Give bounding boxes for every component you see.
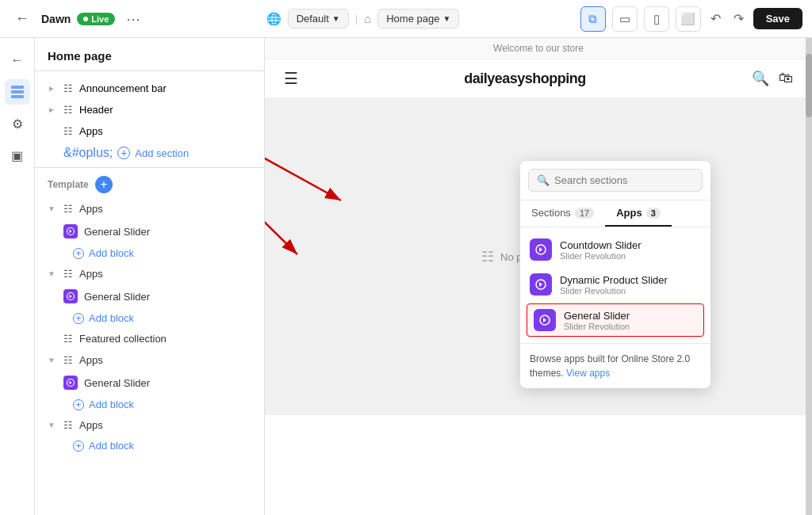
save-button[interactable]: Save	[753, 8, 802, 29]
undo-button[interactable]: ↶	[707, 8, 724, 29]
topbar-separator: |	[355, 13, 358, 25]
preview-area: Welcome to our store ☰ dailyeasyshopping…	[265, 38, 812, 515]
section-label: Header	[79, 104, 113, 116]
tablet-view-button[interactable]: ▭	[612, 6, 638, 32]
add-section-icon: &#oplus;	[63, 147, 113, 159]
svg-rect-1	[11, 90, 24, 93]
general-slider-item-1[interactable]: General Slider	[35, 219, 264, 243]
apps-tab-label: Apps	[616, 207, 642, 219]
apps-label-3: Apps	[79, 354, 103, 366]
tab-sections[interactable]: Sections 17	[520, 200, 605, 227]
add-block-button-3[interactable]: + Add block	[35, 395, 264, 414]
popup-tabs: Sections 17 Apps 3	[520, 200, 710, 227]
add-block-button-2[interactable]: + Add block	[35, 308, 264, 328]
section-item-apps-top[interactable]: ☷ Apps	[35, 120, 264, 142]
sections-nav-button[interactable]	[5, 79, 30, 105]
back-button[interactable]: ←	[10, 6, 35, 32]
dynamic-item-text: Dynamic Product Slider Slider Revolution	[560, 274, 668, 296]
general-item-text: General Slider Slider Revolution	[564, 310, 630, 331]
add-block-button-4[interactable]: + Add block	[35, 436, 264, 456]
countdown-app-icon	[530, 238, 552, 261]
search-field-wrapper: 🔍	[528, 169, 703, 192]
default-chevron-icon: ▼	[332, 14, 340, 23]
general-sub: Slider Revolution	[564, 322, 630, 331]
section-item-apps-4[interactable]: ▼ ☷ Apps	[35, 414, 264, 436]
live-badge: Live	[77, 13, 115, 25]
search-icon[interactable]: 🔍	[752, 70, 769, 87]
home-page-label: Home page	[386, 13, 439, 25]
search-icon-sm: 🔍	[537, 174, 550, 186]
countdown-name: Countdown Slider	[560, 239, 642, 251]
redo-button[interactable]: ↷	[730, 8, 747, 29]
section-grid-icon: ☷	[63, 104, 73, 116]
apps-grid-icon-2: ☷	[63, 268, 73, 280]
default-label: Default	[297, 13, 329, 25]
section-item-apps-1[interactable]: ▼ ☷ Apps	[35, 198, 264, 219]
section-item-featured[interactable]: ☷ Featured collection	[35, 328, 264, 349]
slider-app-icon-3	[63, 376, 78, 390]
section-item-header[interactable]: ► ☷ Header	[35, 99, 264, 120]
settings-nav-button[interactable]: ⚙	[5, 111, 30, 136]
search-sections-input[interactable]	[554, 174, 694, 186]
popup-footer: Browse apps built for Online Store 2.0 t…	[520, 343, 710, 388]
app-icon-svg-3	[66, 378, 75, 387]
scrollbar-thumb[interactable]	[806, 54, 812, 117]
popup-item-general[interactable]: General Slider Slider Revolution	[527, 303, 704, 337]
popup-item-countdown[interactable]: Countdown Slider Slider Revolution	[520, 232, 710, 267]
live-dot	[83, 17, 88, 21]
tab-apps[interactable]: Apps 3	[605, 200, 672, 227]
general-icon-svg	[538, 314, 551, 326]
store-welcome-bar: Welcome to our store	[265, 38, 812, 59]
share-button[interactable]: ⬜	[676, 6, 701, 32]
popup-item-dynamic[interactable]: Dynamic Product Slider Slider Revolution	[520, 267, 710, 302]
live-label: Live	[91, 14, 109, 24]
store-nav: ☰ dailyeasyshopping 🔍 🛍	[265, 59, 812, 98]
grid-preview-icon: ☷	[481, 248, 494, 265]
topbar-left: ← Dawn Live ⋯	[10, 6, 145, 32]
store-nav-icons: 🔍 🛍	[752, 70, 793, 87]
cart-icon[interactable]: 🛍	[779, 70, 793, 87]
chevron-down-icon-2: ▼	[48, 269, 57, 278]
add-icon-circle: +	[117, 147, 130, 159]
desktop-view-button[interactable]: ⧉	[580, 6, 606, 32]
apps-tab-count: 3	[646, 208, 661, 219]
section-item-apps-2[interactable]: ▼ ☷ Apps	[35, 263, 264, 284]
template-add-button[interactable]: +	[95, 176, 113, 193]
back-nav-button[interactable]: ←	[5, 48, 30, 73]
slider-app-icon-1	[63, 224, 78, 238]
sections-tab-label: Sections	[531, 207, 571, 219]
dynamic-app-icon	[530, 273, 552, 296]
main-layout: ← ⚙ ▣ Home page ► ☷ Announcement bar ►	[0, 38, 812, 515]
section-label: Apps	[79, 125, 103, 137]
home-icon: ⌂	[364, 12, 371, 25]
general-app-icon	[534, 309, 556, 331]
chevron-right-icon: ►	[48, 105, 57, 114]
general-slider-label-1: General Slider	[84, 226, 150, 238]
topbar: ← Dawn Live ⋯ 🌐 Default ▼ | ⌂ Home page …	[0, 0, 812, 38]
section-item-announcement[interactable]: ► ☷ Announcement bar	[35, 78, 264, 99]
add-block-button-1[interactable]: + Add block	[35, 243, 264, 263]
featured-grid-icon: ☷	[63, 333, 73, 345]
mobile-view-button[interactable]: ▯	[644, 6, 669, 32]
default-selector[interactable]: Default ▼	[288, 9, 349, 29]
apps-nav-button[interactable]: ▣	[5, 143, 30, 168]
chevron-down-icon-4: ▼	[48, 421, 57, 429]
sections-tab-count: 17	[575, 208, 594, 219]
popup-search-area: 🔍	[520, 161, 710, 200]
sections-panel: Home page ► ☷ Announcement bar ► ☷ Heade…	[35, 38, 265, 515]
general-slider-item-3[interactable]: General Slider	[35, 371, 264, 395]
view-apps-link[interactable]: View apps	[566, 368, 610, 379]
general-slider-label-2: General Slider	[84, 291, 150, 303]
section-label: Announcement bar	[79, 82, 167, 94]
template-label: Template	[48, 179, 89, 190]
section-item-apps-3[interactable]: ▼ ☷ Apps	[35, 349, 264, 371]
slider-app-icon-2	[63, 289, 78, 303]
add-section-button[interactable]: &#oplus; + Add section	[51, 142, 264, 164]
chevron-down-icon: ▼	[48, 204, 57, 213]
more-button[interactable]: ⋯	[121, 9, 145, 29]
app-icon-svg	[66, 227, 75, 236]
apps-label-4: Apps	[79, 419, 103, 431]
countdown-icon-svg	[534, 243, 547, 256]
general-slider-item-2[interactable]: General Slider	[35, 284, 264, 308]
page-selector[interactable]: Home page ▼	[377, 9, 459, 29]
